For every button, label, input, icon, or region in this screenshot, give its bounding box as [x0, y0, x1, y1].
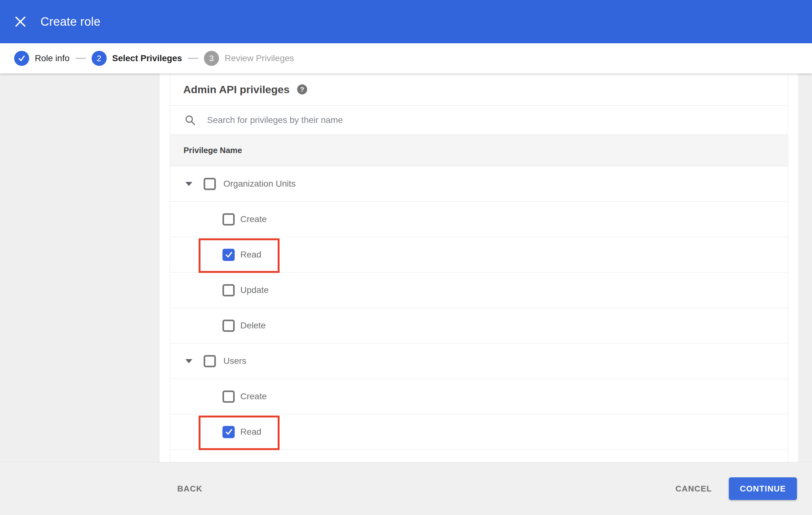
section-title: Admin API privileges: [183, 84, 290, 96]
page-title: Create role: [40, 15, 100, 29]
search-row: [170, 106, 788, 135]
step-number-badge: 3: [204, 51, 219, 66]
checkbox-users[interactable]: [204, 355, 216, 367]
dialog-footer: BACK CANCEL CONTINUE: [0, 462, 812, 515]
privilege-row: Delete: [170, 308, 788, 343]
privilege-label: Users: [223, 356, 246, 366]
step-number-badge: 2: [92, 51, 107, 66]
wizard-stepper: Role info 2 Select Privileges 3 Review P…: [0, 43, 812, 73]
checkbox-users-create[interactable]: [223, 391, 235, 403]
collapse-triangle-icon[interactable]: [185, 182, 192, 186]
privilege-row: Create: [170, 379, 788, 414]
privilege-label: Update: [240, 285, 268, 295]
privilege-label: Read: [240, 250, 261, 260]
annotation-highlight-box: [199, 416, 280, 450]
privileges-panel: Admin API privileges ? Privilege Name: [160, 73, 798, 462]
main-area: Admin API privileges ? Privilege Name: [0, 73, 812, 462]
step-label: Role info: [35, 53, 70, 63]
checkbox-orgunits-update[interactable]: [223, 284, 235, 296]
footer-actions: CANCEL CONTINUE: [675, 477, 797, 500]
step-connector: [75, 58, 86, 59]
step-complete-icon: [14, 51, 29, 66]
privilege-row-clipped: [170, 450, 788, 462]
privilege-label: Read: [240, 427, 261, 437]
privilege-label: Create: [240, 391, 267, 401]
checkbox-orgunits-delete[interactable]: [223, 320, 235, 332]
privilege-label: Create: [240, 214, 267, 224]
cancel-button[interactable]: CANCEL: [675, 484, 712, 494]
dialog-header: Create role: [0, 0, 812, 43]
step-select-privileges[interactable]: 2 Select Privileges: [92, 51, 182, 66]
step-review-privileges[interactable]: 3 Review Privileges: [204, 51, 294, 66]
back-button[interactable]: BACK: [177, 484, 202, 494]
checkbox-orgunits-create[interactable]: [223, 213, 235, 225]
privileges-table: Admin API privileges ? Privilege Name: [170, 73, 788, 462]
checkbox-organization-units[interactable]: [204, 178, 216, 190]
section-title-row: Admin API privileges ?: [170, 73, 788, 106]
step-label: Select Privileges: [112, 53, 182, 63]
privilege-row: Update: [170, 273, 788, 308]
checkbox-users-read[interactable]: [223, 426, 235, 438]
search-icon: [184, 115, 196, 126]
privilege-group-row: Organization Units: [170, 166, 788, 202]
search-input[interactable]: [206, 115, 647, 125]
step-connector: [187, 58, 198, 59]
column-header: Privilege Name: [183, 146, 242, 155]
close-button[interactable]: [14, 16, 27, 28]
privilege-group-row: Users: [170, 343, 788, 379]
privilege-row: Read: [170, 414, 788, 450]
help-icon[interactable]: ?: [297, 84, 307, 94]
step-role-info[interactable]: Role info: [14, 51, 70, 66]
continue-button[interactable]: CONTINUE: [729, 477, 797, 500]
privilege-row: Create: [170, 202, 788, 237]
checkbox-orgunits-read[interactable]: [223, 249, 235, 261]
close-icon: [15, 16, 26, 27]
privilege-row: Read: [170, 237, 788, 273]
step-label: Review Privileges: [225, 53, 294, 63]
create-role-dialog: Create role Role info 2 Select Privilege…: [0, 0, 812, 515]
table-header-row: Privilege Name: [170, 135, 788, 166]
collapse-triangle-icon[interactable]: [185, 359, 192, 363]
privilege-label: Delete: [240, 321, 266, 331]
privilege-label: Organization Units: [223, 179, 295, 189]
annotation-highlight-box: [199, 238, 280, 273]
